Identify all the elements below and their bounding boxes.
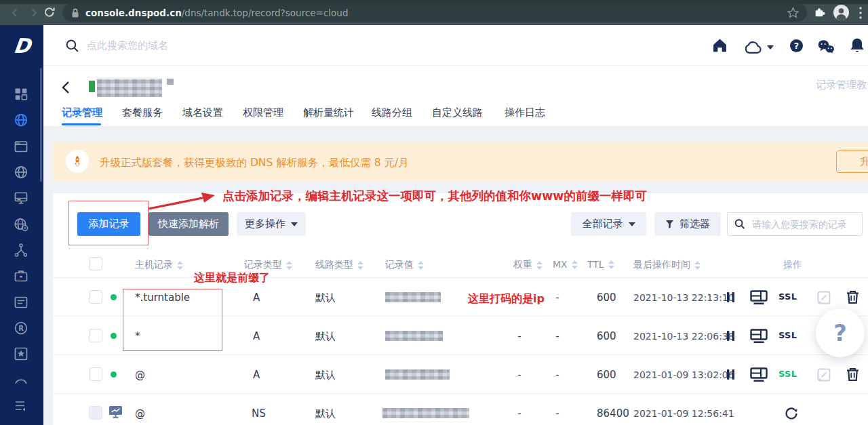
page-hint[interactable]: 记录管理教 [816,79,868,92]
record-filter-label: 全部记录 [583,218,623,230]
column-header-mx: MX [553,259,578,270]
tab-operation-logs[interactable]: 操作日志 [505,106,545,119]
cloud-icon[interactable] [743,40,764,54]
rocket-icon [66,150,89,173]
ssl-button[interactable]: SSL [778,291,797,302]
sidebar-item-registered-trademark-icon[interactable]: R [14,321,28,336]
sidebar-item-star-square-icon[interactable] [14,346,28,361]
row-checkbox[interactable] [89,367,102,381]
home-icon[interactable] [712,38,728,53]
extensions-puzzle-icon[interactable] [813,6,825,18]
masked-domain-fragment [167,79,174,85]
monitor-icon[interactable] [750,290,768,305]
tab-resolution-stats[interactable]: 解析量统计 [303,106,354,119]
refresh-icon[interactable] [783,405,800,422]
last-operation-time: 2021-01-09 12:56:41 [633,408,734,419]
delete-icon[interactable] [846,367,859,382]
sidebar-scrollbar[interactable] [40,68,42,182]
more-actions-label: 更多操作 [245,218,285,230]
url-path: /dns/tandk.top/record?source=cloud [182,7,349,18]
sidebar-item-dashboard-icon[interactable] [14,87,28,102]
sort-icon[interactable] [418,261,424,270]
help-icon[interactable]: ? [789,39,804,53]
line-type: 默认 [315,407,336,420]
row-checkbox[interactable] [89,290,102,304]
forward-icon[interactable] [28,7,39,18]
edit-icon-disabled[interactable] [817,368,831,382]
address-bar[interactable]: console.dnspod.cn/dns/tandk.top/record?s… [62,3,807,22]
weight-value: - [514,369,525,381]
filter-button[interactable]: 筛选器 [654,212,721,236]
sort-icon[interactable] [357,261,363,270]
monitor-signal-icon [108,405,125,419]
sidebar-item-globe-icon[interactable] [14,165,28,180]
sort-icon[interactable] [694,261,701,270]
sidebar-item-network-nodes-icon[interactable] [14,243,28,258]
monitor-icon[interactable] [750,329,768,344]
sidebar-collapse-menu-icon[interactable] [14,399,28,413]
delete-icon[interactable] [846,290,859,304]
search-icon [734,218,745,230]
reload-icon[interactable] [43,6,56,18]
sort-icon[interactable] [608,260,614,269]
more-actions-button[interactable]: 更多操作 [237,212,306,236]
line-type: 默认 [315,330,336,343]
sidebar-item-monitor-icon[interactable] [14,190,28,205]
active-tab-underline [62,123,101,125]
banner-message: 升级正式版套餐，获得更极致的 DNS 解析服务，最低仅需 8 元/月 [100,156,409,170]
help-question-mark: ? [833,319,847,346]
ssl-button-active[interactable]: SSL [778,369,797,379]
mx-value: - [552,369,563,381]
cloud-caret-icon[interactable] [767,45,774,49]
sidebar-item-global-settings-icon[interactable] [14,217,28,232]
sort-icon[interactable] [536,261,542,270]
record-filter-dropdown[interactable]: 全部记录 [571,212,646,236]
masked-record-value [385,292,441,302]
row-checkbox[interactable] [89,329,102,342]
sidebar-item-briefcase-icon[interactable] [14,268,28,283]
tab-record-management[interactable]: 记录管理 [62,106,102,119]
back-chevron-icon[interactable] [61,81,71,94]
pause-icon[interactable] [727,331,734,341]
pause-icon[interactable] [727,292,734,302]
status-active-dot [111,371,117,378]
edit-icon-disabled[interactable] [817,291,831,304]
sidebar-item-document-icon[interactable] [14,295,28,310]
sidebar-item-my-domains-icon[interactable] [14,113,28,127]
tab-plan-service[interactable]: 套餐服务 [122,106,163,119]
record-search-input[interactable] [751,218,855,230]
sidebar-item-arc-icon[interactable] [14,373,28,388]
tab-line-groups[interactable]: 线路分组 [372,106,412,119]
domain-search-input[interactable] [85,39,373,52]
dnspod-logo[interactable]: D [0,25,43,66]
sort-icon[interactable] [177,261,183,270]
bell-icon[interactable] [850,37,865,54]
monitor-icon[interactable] [750,367,768,382]
record-type: A [253,369,260,381]
browser-menu-icon[interactable] [859,6,863,20]
pause-icon[interactable] [727,369,734,380]
bookmark-star-icon[interactable] [787,7,799,18]
record-search-box[interactable] [727,212,863,236]
tab-custom-lines[interactable]: 自定义线路 [432,106,483,119]
floating-help-button[interactable]: ? [816,308,865,357]
sidebar-item-console-icon[interactable] [14,139,28,154]
lock-icon [71,7,80,18]
browser-profile-avatar[interactable] [833,5,849,20]
quick-add-button[interactable]: 快速添加解析 [149,212,229,236]
wechat-icon[interactable] [816,39,835,54]
filter-label: 筛选器 [679,218,710,230]
masked-record-value [382,408,469,418]
sort-icon[interactable] [572,260,578,269]
record-type: A [253,291,260,304]
back-icon[interactable] [9,7,20,18]
select-all-checkbox[interactable] [89,257,102,270]
column-header-type: 记录类型 [244,259,292,271]
masked-record-value [385,331,443,341]
row-checkbox-disabled[interactable] [89,406,102,420]
upgrade-plan-button[interactable]: 升级套餐 [836,150,868,173]
ssl-button[interactable]: SSL [778,330,797,340]
tab-domain-settings[interactable]: 域名设置 [182,106,223,119]
tab-permissions[interactable]: 权限管理 [243,106,283,119]
sort-icon[interactable] [286,261,292,270]
